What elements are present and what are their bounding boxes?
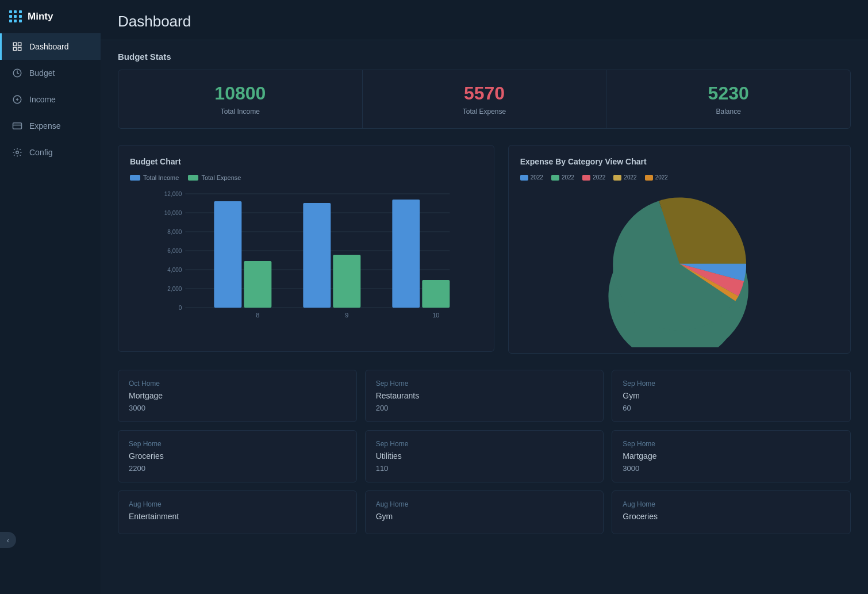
app-name: Minty — [28, 11, 53, 22]
pie-legend-label-5: 2022 — [655, 174, 668, 181]
svg-rect-23 — [244, 261, 271, 308]
pie-color-2 — [551, 175, 559, 181]
expense-card-3: Sep Home Groceries 2200 — [118, 430, 357, 482]
total-expense-value: 5570 — [374, 83, 595, 104]
expense-period-2: Sep Home — [623, 380, 840, 388]
expense-category-2: Gym — [623, 391, 840, 400]
expense-amount-0: 3000 — [129, 404, 346, 412]
total-expense-card: 5570 Total Expense — [363, 70, 607, 128]
sidebar-collapse-button[interactable]: ‹ — [0, 532, 16, 548]
page-title: Dashboard — [118, 13, 851, 30]
expense-category-6: Entertainment — [129, 512, 346, 521]
expense-period-8: Aug Home — [623, 500, 840, 508]
logo-grid-icon — [9, 10, 22, 22]
sidebar-item-label: Budget — [29, 68, 55, 78]
expense-card-1: Sep Home Restaurants 200 — [365, 370, 604, 422]
bar-chart-svg: 12,000 10,000 8,000 6,000 4,000 2,000 0 … — [130, 188, 482, 338]
pie-legend-1: 2022 — [520, 174, 543, 181]
expense-cards-grid: Oct Home Mortgage 3000 Sep Home Restaura… — [118, 370, 851, 534]
svg-text:10,000: 10,000 — [164, 210, 182, 216]
total-income-card: 10800 Total Income — [118, 70, 363, 128]
expense-period-0: Oct Home — [129, 380, 346, 388]
expense-card-7: Aug Home Gym — [365, 490, 604, 534]
svg-rect-28 — [392, 200, 420, 308]
legend-income-label: Total Income — [143, 174, 179, 181]
svg-text:12,000: 12,000 — [164, 191, 182, 197]
svg-text:8,000: 8,000 — [167, 229, 182, 235]
budget-stats-section: Budget Stats 10800 Total Income 5570 Tot… — [118, 52, 851, 129]
expense-category-3: Groceries — [129, 451, 346, 461]
pie-color-5 — [645, 175, 653, 181]
svg-text:10: 10 — [432, 312, 439, 319]
legend-expense-label: Total Expense — [201, 174, 241, 181]
bar-chart-legend: Total Income Total Expense — [130, 174, 482, 181]
expense-period-5: Sep Home — [623, 440, 840, 448]
svg-text:4,000: 4,000 — [167, 267, 182, 273]
sidebar: Minty Dashboard Budget Income Expense Co… — [0, 0, 101, 594]
pie-color-1 — [520, 175, 528, 181]
expense-amount-4: 110 — [376, 464, 593, 473]
expense-card-6: Aug Home Entertainment — [118, 490, 357, 534]
svg-rect-0 — [13, 43, 16, 45]
charts-row: Budget Chart Total Income Total Expense — [118, 145, 851, 354]
expense-period-7: Aug Home — [376, 500, 593, 508]
sidebar-item-label: Dashboard — [29, 42, 69, 51]
sidebar-item-label: Income — [29, 95, 56, 104]
svg-text:2,000: 2,000 — [167, 286, 182, 292]
balance-card: 5230 Balance — [606, 70, 850, 128]
app-logo: Minty — [0, 0, 101, 33]
expense-period-6: Aug Home — [129, 500, 346, 508]
budget-chart-title: Budget Chart — [130, 157, 482, 166]
svg-text:9: 9 — [345, 312, 348, 319]
pie-legend-label-1: 2022 — [531, 174, 543, 181]
expense-card-5: Sep Home Martgage 3000 — [612, 430, 851, 482]
balance-label: Balance — [618, 108, 839, 116]
expense-card-4: Sep Home Utilities 110 — [365, 430, 604, 482]
sidebar-item-label: Config — [29, 148, 52, 157]
sidebar-item-label: Expense — [29, 121, 60, 131]
expense-card-8: Aug Home Groceries — [612, 490, 851, 534]
pie-legend-label-4: 2022 — [624, 174, 636, 181]
expense-category-1: Restaurants — [376, 391, 593, 400]
total-expense-label: Total Expense — [374, 108, 595, 116]
svg-rect-22 — [214, 201, 241, 308]
pie-legend-5: 2022 — [645, 174, 668, 181]
pie-legend-4: 2022 — [613, 174, 636, 181]
pie-legend-label-2: 2022 — [562, 174, 574, 181]
total-income-value: 10800 — [130, 83, 351, 104]
svg-text:8: 8 — [256, 312, 259, 319]
sidebar-item-expense[interactable]: Expense — [0, 113, 101, 139]
pie-chart-card: Expense By Category View Chart 2022 2022… — [508, 145, 851, 354]
total-income-label: Total Income — [130, 108, 351, 116]
main-content: Dashboard Budget Stats 10800 Total Incom… — [101, 0, 868, 594]
sidebar-item-config[interactable]: Config — [0, 139, 101, 166]
svg-rect-29 — [422, 280, 450, 308]
budget-stats-title: Budget Stats — [118, 52, 851, 62]
expense-category-5: Martgage — [623, 451, 840, 461]
sidebar-item-income[interactable]: Income — [0, 86, 101, 113]
legend-income: Total Income — [130, 174, 179, 181]
sidebar-item-budget[interactable]: Budget — [0, 60, 101, 86]
pie-legend-3: 2022 — [582, 174, 605, 181]
expense-amount-3: 2200 — [129, 464, 346, 473]
expense-amount-2: 60 — [623, 404, 840, 412]
expense-period-1: Sep Home — [376, 380, 593, 388]
expense-card-0: Oct Home Mortgage 3000 — [118, 370, 357, 422]
content-area: Budget Stats 10800 Total Income 5570 Tot… — [101, 40, 868, 546]
sidebar-item-dashboard[interactable]: Dashboard — [0, 33, 101, 60]
pie-chart-legend: 2022 2022 2022 2022 — [520, 174, 839, 181]
pie-legend-2: 2022 — [551, 174, 574, 181]
expense-category-0: Mortgage — [129, 391, 346, 400]
svg-rect-1 — [18, 43, 21, 45]
legend-income-color — [130, 175, 140, 181]
budget-chart-card: Budget Chart Total Income Total Expense — [118, 145, 494, 352]
svg-rect-2 — [13, 48, 16, 51]
balance-value: 5230 — [618, 83, 839, 104]
page-header: Dashboard — [101, 0, 868, 40]
expense-amount-5: 3000 — [623, 464, 840, 473]
pie-chart-svg-2 — [520, 181, 839, 342]
pie-color-4 — [613, 175, 621, 181]
svg-point-7 — [16, 151, 19, 154]
expense-category-8: Groceries — [623, 512, 840, 521]
svg-text:0: 0 — [179, 305, 182, 311]
